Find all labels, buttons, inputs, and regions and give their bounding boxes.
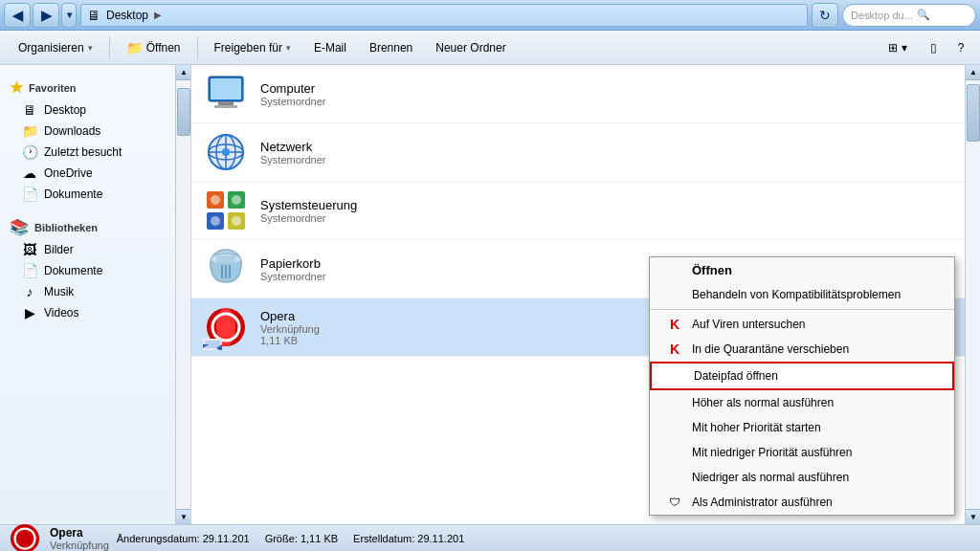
status-opera-icon: [8, 521, 42, 552]
status-bar: Opera Verknüpfung Änderungsdatum: 29.11.…: [0, 524, 980, 551]
sidebar: ▲ ▼ ★ Favoriten 🖥 Desktop 📁 Downloads 🕐: [0, 65, 191, 524]
refresh-button[interactable]: ↻: [812, 3, 838, 28]
sidebar-documents-label: Dokumente: [44, 187, 102, 201]
ctx-item-run-higher[interactable]: Höher als normal ausführen: [650, 390, 954, 415]
sidebar-item-videos[interactable]: ▶ Videos: [0, 302, 175, 323]
ctx-run-high-icon: [665, 420, 684, 435]
svg-rect-3: [214, 105, 237, 108]
file-item-network[interactable]: Netzwerk Systemordner: [191, 123, 980, 182]
sidebar-item-music[interactable]: ♪ Musik: [0, 281, 175, 302]
location-bar[interactable]: 🖥 Desktop ▶: [80, 4, 808, 27]
sidebar-onedrive-label: OneDrive: [44, 166, 93, 180]
opera-file-icon: [203, 304, 249, 350]
music-icon: ♪: [21, 284, 38, 299]
trash-file-icon: [203, 246, 249, 292]
location-text: Desktop: [106, 9, 148, 22]
ctx-divider-1: [650, 309, 954, 310]
help-button[interactable]: ?: [949, 36, 972, 59]
sidebar-scroll-down[interactable]: ▼: [176, 509, 191, 524]
file-list-scroll-down[interactable]: ▼: [966, 509, 980, 524]
sidebar-item-recently[interactable]: 🕐 Zuletzt besucht: [0, 142, 175, 163]
documents2-icon: 📄: [21, 263, 38, 278]
share-arrow: ▾: [286, 43, 291, 53]
new-folder-button[interactable]: Neuer Ordner: [425, 34, 516, 61]
svg-rect-2: [218, 101, 234, 105]
organize-button[interactable]: Organisieren ▾: [8, 34, 103, 61]
svg-rect-1: [211, 78, 241, 99]
title-bar: ◀ ▶ ▾ 🖥 Desktop ▶ ↻ Desktop du... 🔍: [0, 0, 980, 31]
view-arrow: ▾: [902, 41, 907, 55]
ctx-antivirus-label: Auf Viren untersuchen: [692, 318, 806, 331]
sidebar-item-onedrive[interactable]: ☁ OneDrive: [0, 163, 175, 184]
back-button[interactable]: ◀: [4, 3, 31, 28]
ctx-item-run-low[interactable]: Mit niedriger Priorität ausführen: [650, 440, 954, 465]
status-change-label: Änderungsdatum:: [117, 533, 200, 544]
status-item-type: Verknüpfung: [50, 540, 109, 551]
status-created-label: Erstelldatum:: [353, 533, 414, 544]
sidebar-item-documents2[interactable]: 📄 Dokumente: [0, 260, 175, 281]
ctx-compat-label: Behandeln von Kompatibilitätsproblemen: [692, 288, 901, 301]
sidebar-item-desktop[interactable]: 🖥 Desktop: [0, 99, 175, 121]
ctx-run-lower-label: Niedriger als normal ausführen: [692, 471, 849, 484]
sidebar-scroll-track: [176, 80, 190, 509]
computer-icon-svg: [203, 71, 249, 117]
view-button[interactable]: ⊞ ▾: [878, 34, 918, 61]
computer-file-icon: [203, 71, 249, 117]
status-size: Größe: 1,11 KB: [265, 533, 338, 544]
images-icon: 🖼: [21, 242, 38, 257]
recently-icon: 🕐: [21, 144, 38, 160]
computer-name: Computer: [260, 81, 957, 96]
forward-button[interactable]: ▶: [33, 3, 59, 28]
status-size-label: Größe:: [265, 533, 298, 544]
ctx-item-open[interactable]: Öffnen: [650, 257, 954, 282]
ctx-run-lower-icon: [665, 470, 684, 485]
file-item-computer[interactable]: Computer Systemordner: [191, 65, 980, 123]
svg-rect-21: [216, 255, 235, 263]
search-box[interactable]: Desktop du... 🔍: [842, 4, 976, 27]
ctx-item-run-lower[interactable]: Niedriger als normal ausführen: [650, 465, 954, 490]
sidebar-item-documents[interactable]: 📄 Dokumente: [0, 184, 175, 205]
file-list-scroll-track: [966, 80, 980, 509]
file-list-scroll-up[interactable]: ▲: [966, 65, 980, 80]
search-icon: 🔍: [917, 9, 930, 21]
ctx-item-run-admin[interactable]: 🛡 Als Administrator ausführen: [650, 490, 954, 515]
file-list-scroll-thumb[interactable]: [967, 84, 980, 142]
email-button[interactable]: E-Mail: [303, 34, 357, 61]
onedrive-icon: ☁: [21, 165, 38, 181]
open-button[interactable]: 📁 Öffnen: [116, 34, 191, 61]
ctx-open-icon: [665, 262, 684, 277]
ctx-run-high-label: Mit hoher Priorität starten: [692, 421, 821, 434]
status-meta: Änderungsdatum: 29.11.201 Größe: 1,11 KB…: [117, 533, 464, 544]
view-icon: ⊞: [888, 41, 898, 55]
share-label: Freigeben für: [214, 41, 282, 55]
ctx-item-run-high[interactable]: Mit hoher Priorität starten: [650, 415, 954, 440]
svg-point-10: [222, 148, 230, 156]
ctx-item-quarantine[interactable]: K In die Quarantäne verschieben: [650, 337, 954, 362]
ctx-item-antivirus[interactable]: K Auf Viren untersuchen: [650, 312, 954, 337]
sidebar-scrollbar: ▲ ▼: [175, 65, 190, 524]
nav-dropdown-button[interactable]: ▾: [61, 3, 77, 28]
documents-icon: 📄: [21, 187, 38, 202]
ctx-run-low-label: Mit niedriger Priorität ausführen: [692, 446, 852, 459]
ctx-item-compat[interactable]: Behandeln von Kompatibilitätsproblemen: [650, 282, 954, 307]
sidebar-images-label: Bilder: [44, 243, 74, 256]
sidebar-scroll-up[interactable]: ▲: [176, 65, 191, 80]
svg-point-17: [211, 216, 220, 226]
sidebar-scroll-thumb[interactable]: [177, 88, 190, 136]
ctx-item-filepath[interactable]: Dateipfad öffnen: [650, 362, 954, 390]
preview-button[interactable]: ▯: [920, 34, 947, 61]
sidebar-downloads-label: Downloads: [44, 124, 100, 138]
sidebar-item-downloads[interactable]: 📁 Downloads: [0, 121, 175, 142]
computer-file-info: Computer Systemordner: [260, 81, 957, 107]
network-type: Systemordner: [260, 154, 957, 165]
sidebar-item-images[interactable]: 🖼 Bilder: [0, 239, 175, 260]
status-item-name: Opera: [50, 526, 109, 540]
organize-arrow: ▾: [88, 43, 93, 53]
burn-button[interactable]: Brennen: [359, 34, 423, 61]
share-button[interactable]: Freigeben für ▾: [204, 34, 301, 61]
file-item-control[interactable]: Systemsteuerung Systemordner: [191, 182, 980, 240]
context-menu: Öffnen Behandeln von Kompatibilitätsprob…: [649, 256, 955, 516]
burn-label: Brennen: [369, 41, 412, 55]
network-file-info: Netzwerk Systemordner: [260, 140, 957, 165]
ctx-filepath-icon: [667, 368, 686, 384]
